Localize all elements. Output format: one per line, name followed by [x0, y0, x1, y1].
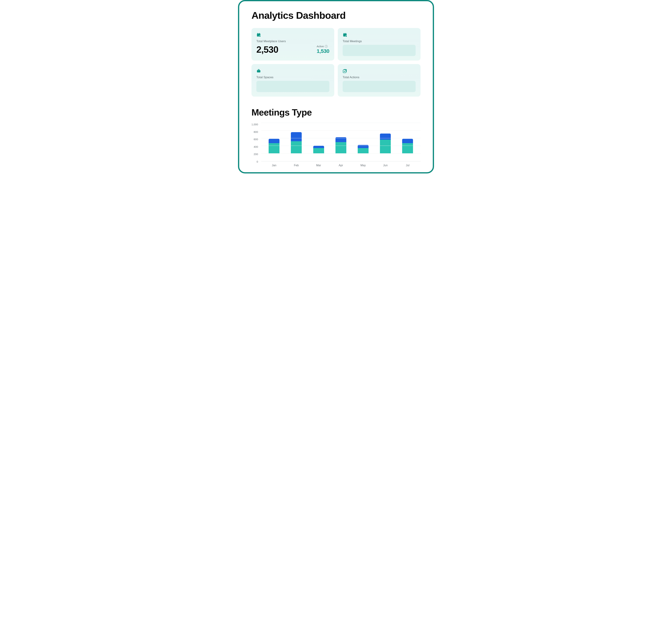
active-value: 1,530 — [317, 48, 329, 54]
svg-rect-8 — [257, 70, 260, 72]
svg-rect-1 — [258, 33, 258, 34]
chart-y-axis: 1,0008006004002000 — [251, 123, 260, 163]
card-label: Total Meetings — [343, 40, 416, 43]
bar-segment-primary — [291, 141, 302, 154]
calendar-icon — [343, 32, 347, 37]
bar-segment-primary — [269, 143, 280, 154]
bar-segment-secondary — [313, 146, 324, 148]
bar-segment-secondary — [269, 139, 280, 143]
chart-bar — [335, 137, 346, 154]
bar-segment-secondary — [402, 139, 413, 143]
section-title: Meetings Type — [251, 107, 421, 118]
meetings-type-chart: 1,0008006004002000 JanFebMarAprMayJunJul — [251, 123, 421, 167]
dashboard-frame: Analytics Dashboard Total Meetplace User… — [238, 0, 434, 173]
card-total-actions: Total Actions — [338, 64, 421, 97]
y-tick: 1,000 — [251, 123, 258, 126]
card-total-spaces: Total Spaces — [251, 64, 334, 97]
y-tick: 0 — [257, 160, 258, 163]
y-tick: 200 — [254, 153, 258, 156]
card-label: Total Spaces — [256, 76, 329, 79]
svg-rect-5 — [344, 33, 344, 34]
svg-point-7 — [345, 36, 347, 37]
card-label: Total Meetplace Users — [256, 40, 329, 43]
card-value: 2,530 — [256, 45, 278, 54]
value-placeholder — [343, 81, 416, 92]
chart-bar — [402, 139, 413, 154]
info-icon[interactable]: i — [325, 45, 328, 48]
card-total-users: Total Meetplace Users 2,530 Active i 1,5… — [251, 28, 334, 61]
stat-cards: Total Meetplace Users 2,530 Active i 1,5… — [251, 28, 421, 97]
x-tick: Apr — [335, 164, 346, 167]
bar-segment-primary — [402, 143, 413, 154]
chart-bar — [269, 139, 280, 154]
bar-segment-primary — [313, 148, 324, 154]
card-label: Total Actions — [343, 76, 416, 79]
x-tick: Jan — [269, 164, 280, 167]
svg-point-3 — [259, 36, 261, 37]
chart-x-axis: JanFebMarAprMayJunJul — [261, 161, 421, 167]
chart-plot-area — [261, 123, 421, 161]
value-placeholder — [343, 45, 416, 56]
svg-rect-2 — [259, 33, 260, 34]
page-title: Analytics Dashboard — [251, 9, 421, 21]
checklist-icon — [343, 69, 347, 73]
chart-bar — [313, 146, 324, 154]
x-tick: Feb — [291, 164, 302, 167]
x-tick: May — [358, 164, 368, 167]
active-label: Active — [317, 45, 324, 48]
active-block: Active i 1,530 — [317, 45, 329, 54]
x-tick: Jun — [380, 164, 391, 167]
bar-segment-primary — [335, 142, 346, 154]
card-total-meetings: Total Meetings — [338, 28, 421, 61]
y-tick: 800 — [254, 131, 258, 133]
chart-bar — [380, 134, 391, 154]
chart-bar — [291, 132, 302, 154]
calendar-icon — [256, 32, 261, 37]
value-placeholder — [256, 81, 329, 92]
y-tick: 600 — [254, 138, 258, 141]
bar-segment-secondary — [291, 132, 302, 141]
bar-segment-secondary — [380, 134, 391, 140]
chart-bar — [358, 145, 368, 154]
bar-segment-primary — [358, 148, 368, 154]
y-tick: 400 — [254, 145, 258, 148]
bar-segment-primary — [380, 140, 391, 154]
bar-segment-secondary — [358, 145, 368, 148]
briefcase-icon — [256, 69, 261, 73]
svg-rect-6 — [345, 33, 346, 34]
chart-bars — [261, 123, 421, 154]
x-tick: Mar — [313, 164, 324, 167]
x-tick: Jul — [402, 164, 413, 167]
